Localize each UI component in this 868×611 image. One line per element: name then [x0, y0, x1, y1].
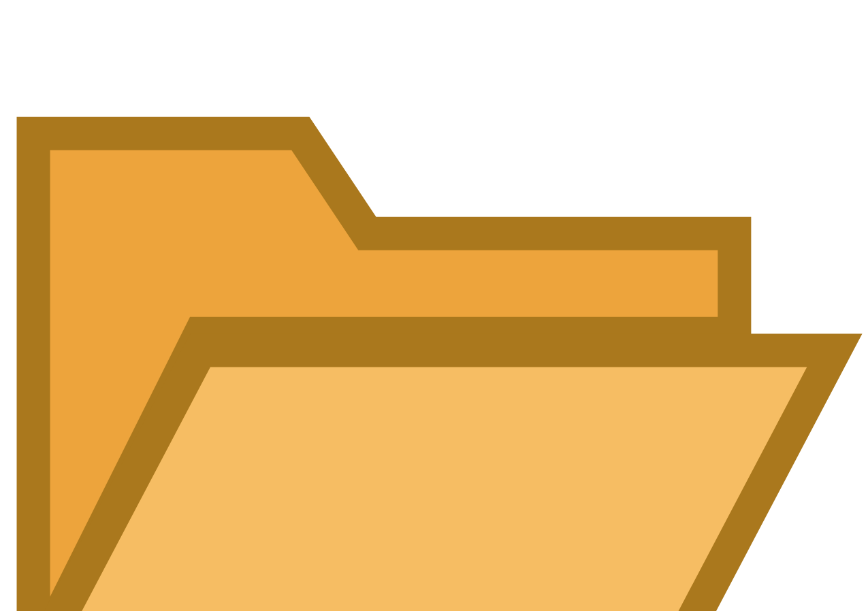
toolbar-icon-groups [0, 0, 868, 611]
open-icon [0, 0, 868, 611]
open-button[interactable] [0, 0, 868, 611]
main-toolbar [0, 0, 868, 611]
